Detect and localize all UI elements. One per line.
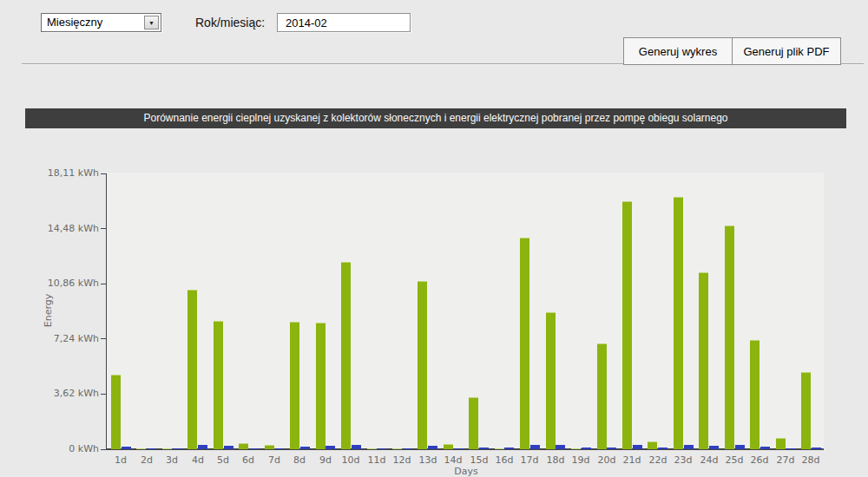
x-tick-label: 1d xyxy=(107,454,135,466)
green-bar xyxy=(801,372,811,449)
blue-bar xyxy=(530,445,540,449)
green-bar xyxy=(546,312,556,449)
green-bar xyxy=(725,225,734,449)
green-bar xyxy=(597,343,607,449)
x-tick-label: 20d xyxy=(593,454,621,466)
green-bar xyxy=(699,272,708,449)
x-tick-label: 18d xyxy=(542,454,569,466)
x-tick-label: 15d xyxy=(465,454,493,466)
x-tick-label: 21d xyxy=(618,454,646,466)
y-tick-label: 10,86 kWh xyxy=(33,278,99,290)
green-bar xyxy=(622,201,632,449)
green-bar xyxy=(265,445,274,449)
y-tick-mark xyxy=(101,228,106,229)
x-tick-label: 7d xyxy=(260,454,288,466)
green-bar xyxy=(648,441,657,449)
green-bar xyxy=(469,397,478,449)
x-axis-title: Days xyxy=(454,466,477,477)
green-bar xyxy=(392,448,402,449)
green-bar xyxy=(776,438,786,449)
blue-bar xyxy=(173,448,182,449)
green-bar xyxy=(187,290,197,449)
generate-pdf-button[interactable]: Generuj plik PDF xyxy=(732,37,841,65)
blue-bar xyxy=(352,445,361,449)
blue-bar xyxy=(326,446,335,449)
green-bar xyxy=(214,321,223,449)
x-tick-label: 25d xyxy=(720,454,748,466)
y-tick-label: 7,24 kWh xyxy=(33,333,99,345)
green-bar xyxy=(239,443,248,449)
x-tick-label: 4d xyxy=(184,454,212,466)
x-tick-label: 24d xyxy=(695,454,723,466)
x-tick-label: 22d xyxy=(644,454,672,466)
x-tick-label: 14d xyxy=(439,454,467,466)
y-tick-label: 18,11 kWh xyxy=(33,167,99,180)
y-tick-label: 0 kWh xyxy=(33,443,99,455)
blue-bar xyxy=(224,446,233,449)
app-window: Miesięczny ▼ Rok/miesiąc: Generuj wykres… xyxy=(0,0,868,477)
x-tick-label: 27d xyxy=(772,454,799,466)
blue-bar xyxy=(198,445,207,449)
y-tick-label: 3,62 kWh xyxy=(33,388,99,400)
blue-bar xyxy=(684,445,694,449)
y-axis-line xyxy=(106,173,107,450)
energy-comparison-chart: Energy Days 0 kWh3,62 kWh7,24 kWh10,86 k… xyxy=(0,0,868,477)
blue-bar xyxy=(633,445,642,449)
green-bar xyxy=(162,448,172,449)
green-bar xyxy=(290,322,299,449)
y-tick-mark xyxy=(101,284,106,284)
blue-bar xyxy=(556,445,565,449)
x-tick-label: 13d xyxy=(414,454,442,466)
x-tick-label: 23d xyxy=(669,454,697,466)
blue-bar xyxy=(607,448,616,449)
x-tick-label: 16d xyxy=(490,454,518,466)
x-tick-label: 8d xyxy=(286,454,313,466)
y-tick-mark xyxy=(101,338,106,339)
green-bar xyxy=(750,340,760,449)
blue-bar xyxy=(300,447,310,449)
green-bar xyxy=(571,448,581,449)
x-tick-label: 12d xyxy=(388,454,416,466)
x-tick-label: 17d xyxy=(516,454,543,466)
y-tick-mark xyxy=(101,449,106,450)
green-bar xyxy=(444,444,453,449)
blue-bar xyxy=(147,448,156,449)
blue-bar xyxy=(428,446,437,449)
x-tick-label: 2d xyxy=(133,454,161,466)
x-tick-label: 10d xyxy=(337,454,365,466)
blue-bar xyxy=(249,448,259,449)
green-bar xyxy=(316,323,326,449)
blue-bar xyxy=(377,448,386,449)
x-tick-label: 11d xyxy=(363,454,391,466)
blue-bar xyxy=(760,447,770,449)
green-bar xyxy=(136,448,146,449)
blue-bar xyxy=(403,448,412,449)
y-tick-mark xyxy=(101,173,106,174)
blue-bar xyxy=(122,447,131,449)
x-tick-label: 26d xyxy=(746,454,773,466)
green-bar xyxy=(367,448,377,449)
green-bar xyxy=(520,238,529,449)
blue-bar xyxy=(735,445,745,449)
green-bar xyxy=(674,197,683,449)
green-bar xyxy=(111,375,121,449)
x-tick-label: 28d xyxy=(797,454,825,466)
blue-bar xyxy=(658,448,667,449)
blue-bar xyxy=(786,448,795,449)
blue-bar xyxy=(709,446,719,449)
y-axis-title: Energy xyxy=(43,294,54,328)
green-bar xyxy=(495,448,504,449)
blue-bar xyxy=(454,448,464,449)
x-tick-label: 6d xyxy=(234,454,262,466)
x-tick-label: 5d xyxy=(209,454,237,466)
generate-chart-button[interactable]: Generuj wykres xyxy=(623,37,733,65)
blue-bar xyxy=(812,448,821,449)
x-tick-label: 3d xyxy=(158,454,186,466)
blue-bar xyxy=(479,448,489,449)
blue-bar xyxy=(504,448,514,449)
blue-bar xyxy=(582,448,591,449)
x-tick-label: 9d xyxy=(312,454,339,466)
x-tick-label: 19d xyxy=(567,454,595,466)
green-bar xyxy=(341,262,351,449)
y-tick-mark xyxy=(101,394,106,395)
